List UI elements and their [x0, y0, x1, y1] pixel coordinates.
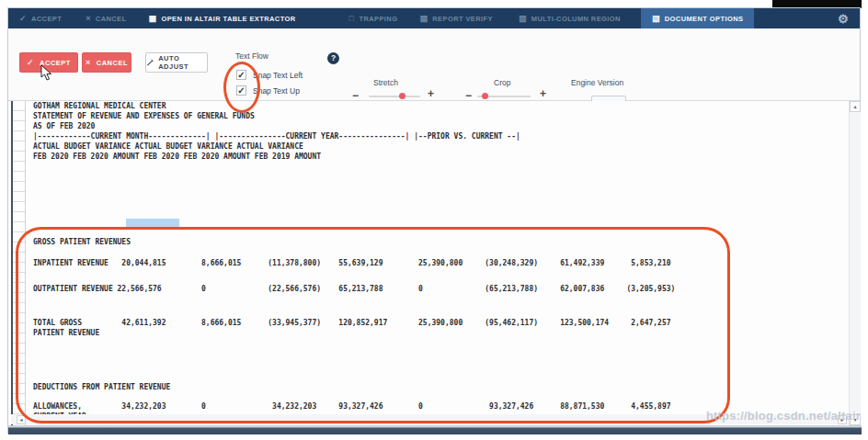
report-line: GROSS PATIENT REVENUES — [33, 238, 131, 248]
gear-icon[interactable]: ⚙ — [838, 12, 849, 26]
crop-plus-button[interactable]: + — [540, 87, 546, 100]
stretch-slider-thumb[interactable] — [399, 93, 405, 99]
crop-slider[interactable] — [477, 96, 531, 97]
report-line: OUTPATIENT REVENUE 22,566,576 0 (22,566,… — [33, 285, 675, 295]
document-options-icon: ▧ — [652, 14, 660, 23]
auto-adjust-icon — [146, 59, 154, 67]
report-line: AS OF FEB 2020 — [33, 122, 95, 132]
main-toolbar: ✓ ACCEPT × CANCEL ▦ OPEN IN ALTAIR TABLE… — [8, 8, 860, 28]
scroll-left-button[interactable]: ◂ — [17, 415, 26, 424]
close-icon: × — [86, 14, 91, 23]
toolbar-report-verify-label: REPORT VERIFY — [432, 15, 493, 23]
snap-text-left-checkbox[interactable]: ✓ — [236, 70, 246, 80]
trapping-icon: □ — [349, 14, 355, 23]
report-line: ALLOWANCES, 34,232,203 0 34,232,203 93,3… — [33, 402, 671, 412]
report-line: TOTAL GROSS 42,611,392 8,666,015 (33,945… — [33, 319, 671, 329]
help-icon[interactable]: ? — [327, 52, 339, 64]
toolbar-accept-label: ACCEPT — [31, 15, 62, 23]
toolbar-open-extractor-label: OPEN IN ALTAIR TABLE EXTRACTOR — [161, 15, 295, 23]
toolbar-document-options-label: DOCUMENT OPTIONS — [665, 15, 744, 23]
stretch-slider[interactable] — [369, 96, 420, 97]
auto-adjust-label: AUTO ADJUST — [158, 54, 207, 71]
report-line: |------------CURRENT MONTH-------------|… — [33, 132, 520, 142]
scroll-up-button[interactable]: ▴ — [850, 101, 861, 112]
report-line: INPATIENT REVENUE 20,044,815 8,666,015 (… — [33, 259, 671, 269]
crop-slider-thumb[interactable] — [482, 93, 488, 99]
crop-minus-button[interactable]: − — [465, 89, 472, 102]
stretch-plus-button[interactable]: + — [428, 87, 434, 100]
toolbar-cancel-button[interactable]: × CANCEL — [80, 8, 131, 28]
text-flow-label: Text Flow — [235, 51, 268, 61]
report-line: ACTUAL BUDGET VARIANCE ACTUAL BUDGET VAR… — [33, 142, 303, 152]
snap-text-up-label: Snap Text Up — [253, 86, 300, 96]
toolbar-document-options-button[interactable]: ▧ DOCUMENT OPTIONS — [641, 8, 754, 28]
text-selection-region[interactable] — [126, 219, 179, 229]
cancel-button-label: CANCEL — [97, 59, 128, 67]
toolbar-report-verify-button[interactable]: ▤ REPORT VERIFY — [414, 8, 498, 28]
report-line: FEB 2020 FEB 2020 AMOUNT FEB 2020 FEB 20… — [33, 152, 321, 163]
crop-label: Crop — [494, 78, 510, 87]
snap-text-left-option[interactable]: ✓ Snap Text Left — [236, 69, 303, 81]
toolbar-multi-column-label: MULTI-COLUMN REGION — [531, 15, 621, 23]
stretch-label: Stretch — [373, 78, 398, 87]
vertical-scrollbar[interactable]: ▴ ▾ — [849, 101, 861, 425]
row-gutter — [11, 101, 26, 425]
close-icon: × — [86, 58, 91, 67]
toolbar-trapping-label: TRAPPING — [359, 15, 397, 23]
toolbar-multi-column-button[interactable]: ▥ MULTI-COLUMN REGION — [513, 8, 626, 28]
screen: ✓ ACCEPT × CANCEL ▦ OPEN IN ALTAIR TABLE… — [0, 0, 868, 440]
snap-text-up-checkbox[interactable]: ✓ — [236, 85, 246, 96]
check-icon: ✓ — [19, 14, 27, 23]
toolbar-trapping-button[interactable]: □ TRAPPING — [344, 8, 404, 28]
multi-column-icon: ▥ — [519, 14, 527, 23]
report-line: GOTHAM REGIONAL MEDICAL CENTER — [33, 102, 166, 112]
report-line: STATEMENT OF REVENUE AND EXPENSES OF GEN… — [33, 112, 255, 122]
engine-version-label: Engine Version — [571, 78, 623, 87]
bottom-status-strip — [8, 425, 862, 434]
watermark: https://blog.csdn.net/altair — [706, 409, 861, 423]
mouse-cursor — [40, 64, 52, 81]
report-verify-icon: ▤ — [419, 14, 428, 23]
toolbar-open-extractor-button[interactable]: ▦ OPEN IN ALTAIR TABLE EXTRACTOR — [143, 8, 302, 28]
toolbar-cancel-label: CANCEL — [96, 15, 127, 23]
cancel-button[interactable]: × CANCEL — [82, 52, 131, 73]
report-line: DEDUCTIONS FROM PATIENT REVENUE — [33, 383, 170, 393]
toolbar-accept-button[interactable]: ✓ ACCEPT — [14, 8, 67, 28]
snap-text-up-option[interactable]: ✓ Snap Text Up — [236, 85, 300, 96]
table-extractor-icon: ▦ — [149, 14, 157, 23]
stretch-minus-button[interactable]: − — [352, 89, 359, 102]
document-options-panel: ✓ ACCEPT × CANCEL AUTO ADJUST Text Flow … — [8, 28, 860, 101]
app-window: ✓ ACCEPT × CANCEL ▦ OPEN IN ALTAIR TABLE… — [7, 7, 861, 434]
snap-text-left-label: Snap Text Left — [253, 71, 303, 80]
auto-adjust-button[interactable]: AUTO ADJUST — [145, 52, 208, 73]
check-icon: ✓ — [27, 58, 34, 67]
report-line: PATIENT REVENUE — [33, 329, 99, 339]
